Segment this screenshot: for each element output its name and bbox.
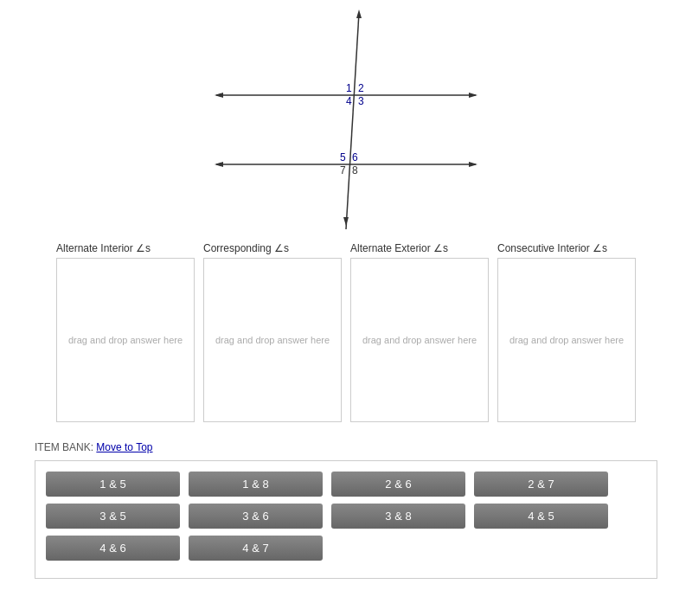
item-bank-text: ITEM BANK:: [35, 441, 93, 453]
angle-diagram: 1 2 4 3 5 6 7 8: [173, 4, 519, 229]
alternate-interior-dropzone[interactable]: drag and drop answer here: [56, 258, 195, 422]
svg-marker-5: [469, 93, 477, 98]
svg-text:6: 6: [352, 151, 358, 164]
answer-btn-2-7[interactable]: 2 & 7: [474, 472, 608, 497]
answer-btn-4-5[interactable]: 4 & 5: [474, 504, 608, 529]
alternate-exterior-placeholder: drag and drop answer here: [358, 330, 481, 350]
svg-text:5: 5: [340, 151, 346, 164]
alternate-interior-placeholder: drag and drop answer here: [64, 330, 187, 350]
answer-btn-3-6[interactable]: 3 & 6: [189, 504, 323, 529]
corresponding-placeholder: drag and drop answer here: [211, 330, 334, 350]
answer-btn-3-8[interactable]: 3 & 8: [331, 504, 465, 529]
answer-btn-2-6[interactable]: 2 & 6: [331, 472, 465, 497]
svg-text:3: 3: [358, 95, 364, 107]
svg-marker-8: [469, 162, 477, 167]
svg-line-0: [346, 13, 359, 229]
svg-marker-4: [215, 93, 223, 98]
svg-text:2: 2: [358, 82, 364, 94]
svg-marker-7: [215, 162, 223, 167]
answer-btn-4-6[interactable]: 4 & 6: [46, 536, 180, 561]
answer-btn-4-7[interactable]: 4 & 7: [189, 536, 323, 561]
item-bank-section: ITEM BANK: Move to Top 1 & 5 1 & 8 2 & 6…: [35, 441, 657, 579]
move-to-top-link[interactable]: Move to Top: [96, 441, 152, 453]
svg-marker-1: [356, 10, 362, 18]
answer-btn-1-8[interactable]: 1 & 8: [189, 472, 323, 497]
drop-zones-section: Alternate Interior ∠s drag and drop answ…: [0, 234, 692, 431]
alternate-exterior-label: Alternate Exterior ∠s: [350, 242, 448, 254]
drop-zone-col-corresponding: Corresponding ∠s drag and drop answer he…: [203, 242, 342, 422]
consecutive-interior-placeholder: drag and drop answer here: [505, 330, 628, 350]
item-bank-row-1: 1 & 5 1 & 8 2 & 6 2 & 7: [46, 472, 646, 497]
corresponding-dropzone[interactable]: drag and drop answer here: [203, 258, 342, 422]
corresponding-label: Corresponding ∠s: [203, 242, 289, 254]
answer-btn-1-5[interactable]: 1 & 5: [46, 472, 180, 497]
consecutive-interior-label: Consecutive Interior ∠s: [497, 242, 607, 254]
svg-marker-2: [343, 217, 349, 226]
drop-zones-row: Alternate Interior ∠s drag and drop answ…: [35, 242, 657, 422]
drop-zone-col-alternate-interior: Alternate Interior ∠s drag and drop answ…: [56, 242, 195, 422]
svg-text:4: 4: [346, 95, 352, 107]
svg-text:8: 8: [352, 164, 358, 176]
item-bank-row-2: 3 & 5 3 & 6 3 & 8 4 & 5: [46, 504, 646, 529]
svg-text:1: 1: [346, 82, 352, 94]
answer-btn-3-5[interactable]: 3 & 5: [46, 504, 180, 529]
item-bank-container: 1 & 5 1 & 8 2 & 6 2 & 7 3 & 5 3 & 6 3 & …: [35, 460, 657, 579]
drop-zone-col-consecutive-interior: Consecutive Interior ∠s drag and drop an…: [497, 242, 636, 422]
alternate-interior-label: Alternate Interior ∠s: [56, 242, 151, 254]
diagram-area: 1 2 4 3 5 6 7 8: [0, 0, 692, 234]
item-bank-row-3: 4 & 6 4 & 7: [46, 536, 646, 561]
svg-text:7: 7: [340, 164, 346, 176]
consecutive-interior-dropzone[interactable]: drag and drop answer here: [497, 258, 636, 422]
item-bank-label: ITEM BANK: Move to Top: [35, 441, 657, 453]
drop-zone-col-alternate-exterior: Alternate Exterior ∠s drag and drop answ…: [350, 242, 489, 422]
alternate-exterior-dropzone[interactable]: drag and drop answer here: [350, 258, 489, 422]
